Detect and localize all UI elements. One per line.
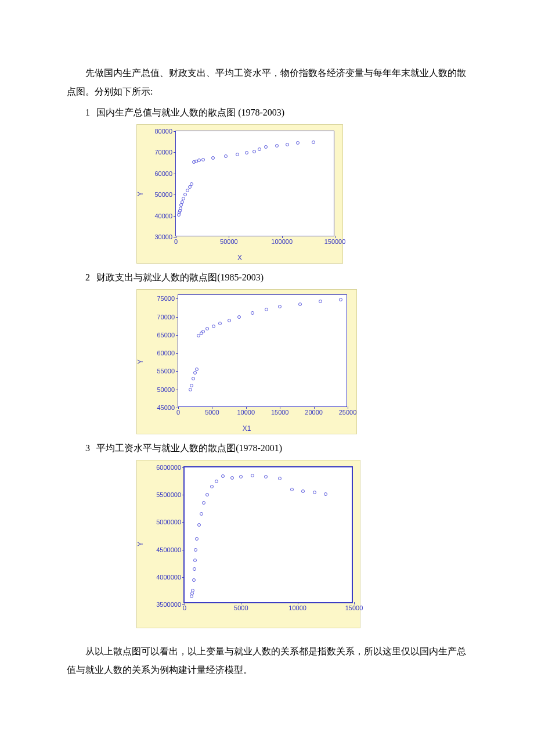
- data-point: [324, 492, 327, 496]
- data-point: [215, 480, 218, 483]
- data-point: [202, 501, 205, 505]
- data-point: [201, 158, 205, 161]
- data-point: [193, 567, 196, 571]
- data-point: [278, 305, 282, 308]
- document-page: 先做国内生产总值、财政支出、平均工资水平，物价指数各经济变量与每年年末就业人数的…: [0, 0, 534, 756]
- data-point: [218, 322, 222, 325]
- data-point: [252, 150, 256, 153]
- data-point: [265, 308, 268, 311]
- data-point: [191, 589, 194, 592]
- data-point: [192, 578, 196, 582]
- data-point: [201, 330, 205, 333]
- data-point: [245, 151, 248, 154]
- outro-paragraph: 从以上散点图可以看出，以上变量与就业人数的关系都是指数关系，所以这里仅以国内生产…: [67, 642, 467, 679]
- list-item-2: 2财政支出与就业人数的散点图(1985-2003): [67, 268, 467, 287]
- data-point: [192, 377, 195, 380]
- item-text: 国内生产总值与就业人数的散点图 (1978-2003): [96, 107, 284, 117]
- data-point: [230, 476, 234, 480]
- data-point: [339, 298, 342, 301]
- data-point: [182, 197, 185, 200]
- data-point: [313, 491, 316, 494]
- scatter-chart-2: Y X1 45000500005500060000650007000075000…: [136, 289, 357, 434]
- data-point: [251, 311, 254, 315]
- data-point: [193, 559, 197, 562]
- data-point: [296, 141, 300, 145]
- plot-area: 4500050000550006000065000700007500005000…: [178, 294, 347, 407]
- data-point: [189, 388, 192, 391]
- data-point: [190, 182, 193, 186]
- data-point: [275, 144, 279, 147]
- plot-area: 3500000400000045000005000000550000060000…: [183, 466, 353, 603]
- chart-container-3: Y 35000004000000450000050000005500000600…: [136, 460, 467, 628]
- data-point: [212, 325, 215, 328]
- data-point: [301, 489, 305, 493]
- data-point: [205, 327, 209, 330]
- data-point: [179, 207, 182, 210]
- data-point: [290, 488, 294, 491]
- data-point: [258, 147, 261, 151]
- data-point: [194, 548, 197, 552]
- data-point: [200, 512, 203, 516]
- scatter-chart-3: Y 35000004000000450000050000005500000600…: [136, 460, 360, 628]
- data-point: [205, 493, 209, 496]
- data-point: [195, 537, 199, 541]
- data-point: [211, 156, 215, 160]
- x-axis-label: X1: [243, 424, 251, 433]
- item-number: 1: [85, 103, 96, 122]
- data-point: [228, 319, 231, 322]
- list-item-1: 1国内生产总值与就业人数的散点图 (1978-2003): [67, 103, 467, 122]
- data-point: [221, 474, 225, 478]
- data-point: [183, 193, 187, 196]
- data-point: [210, 485, 214, 488]
- item-text: 平均工资水平与就业人数的散点图(1978-2001): [96, 443, 282, 453]
- data-point: [197, 159, 201, 162]
- chart-container-1: Y X 300004000050000600007000080000050000…: [136, 124, 467, 264]
- data-point: [186, 189, 189, 192]
- data-point: [319, 300, 322, 303]
- data-point: [239, 475, 243, 478]
- data-point: [278, 477, 282, 480]
- data-point: [193, 371, 197, 375]
- data-point: [237, 315, 241, 319]
- data-point: [190, 384, 193, 387]
- data-point: [197, 523, 201, 527]
- data-point: [286, 143, 289, 146]
- plot-area: 3000040000500006000070000800000500001000…: [175, 131, 334, 236]
- data-point: [298, 303, 302, 306]
- intro-paragraph: 先做国内生产总值、财政支出、平均工资水平，物价指数各经济变量与每年年末就业人数的…: [67, 64, 467, 101]
- data-point: [264, 145, 268, 149]
- list-item-3: 3平均工资水平与就业人数的散点图(1978-2001): [67, 439, 467, 458]
- y-axis-label: Y: [136, 359, 145, 364]
- data-point: [181, 200, 184, 204]
- y-axis-label: Y: [136, 542, 145, 546]
- data-point: [188, 185, 192, 189]
- item-number: 2: [85, 268, 96, 287]
- data-point: [179, 203, 183, 207]
- chart-container-2: Y X1 45000500005500060000650007000075000…: [136, 289, 467, 434]
- data-point: [236, 153, 239, 156]
- data-point: [195, 368, 199, 371]
- data-point: [312, 141, 315, 144]
- scatter-chart-1: Y X 300004000050000600007000080000050000…: [136, 124, 343, 264]
- data-point: [264, 475, 268, 478]
- y-axis-label: Y: [136, 192, 145, 196]
- item-number: 3: [85, 439, 96, 458]
- x-axis-label: X: [237, 254, 242, 262]
- item-text: 财政支出与就业人数的散点图(1985-2003): [96, 272, 264, 282]
- data-point: [224, 154, 228, 158]
- data-point: [251, 474, 254, 477]
